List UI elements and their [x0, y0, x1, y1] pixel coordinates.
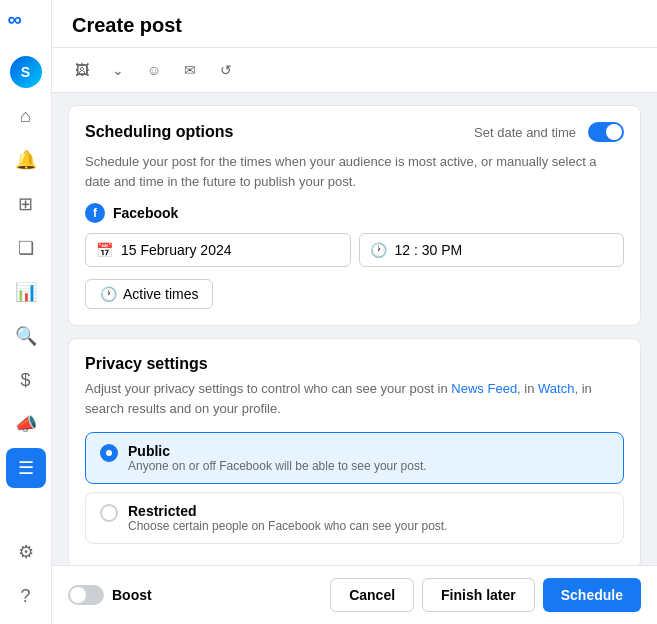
public-desc: Anyone on or off Facebook will be able t… [128, 459, 427, 473]
privacy-description: Adjust your privacy settings to control … [85, 379, 624, 418]
scheduling-header: Scheduling options Set date and time [85, 122, 624, 142]
toolbar-icon-undo[interactable]: ↺ [212, 56, 240, 84]
time-field[interactable]: 🕐 12 : 30 PM [359, 233, 625, 267]
chart-icon[interactable]: 📊 [6, 272, 46, 312]
boost-area: Boost [68, 585, 152, 605]
scheduling-card: Scheduling options Set date and time Sch… [68, 105, 641, 326]
scheduling-title: Scheduling options [85, 123, 233, 141]
facebook-label-text: Facebook [113, 205, 178, 221]
boost-toggle[interactable] [68, 585, 104, 605]
time-value: 12 : 30 PM [395, 242, 463, 258]
restricted-text-group: Restricted Choose certain people on Face… [128, 503, 448, 533]
privacy-card: Privacy settings Adjust your privacy set… [68, 338, 641, 565]
date-value: 15 February 2024 [121, 242, 232, 258]
sidebar: ∞ S ⌂ 🔔 ⊞ ❏ 📊 🔍 $ 📣 ☰ ⚙ ? [0, 0, 52, 624]
megaphone-icon[interactable]: 📣 [6, 404, 46, 444]
public-text-group: Public Anyone on or off Facebook will be… [128, 443, 427, 473]
meta-logo: ∞ [8, 8, 44, 44]
content-area: 🖼 ⌄ ☺ ✉ ↺ Scheduling options Set date an… [52, 48, 657, 565]
clock-icon: 🕐 [370, 242, 387, 258]
toolbar-strip: 🖼 ⌄ ☺ ✉ ↺ [52, 48, 657, 93]
bell-icon[interactable]: 🔔 [6, 140, 46, 180]
news-feed-link[interactable]: News Feed [451, 381, 517, 396]
privacy-title: Privacy settings [85, 355, 624, 373]
page-header: Create post [52, 0, 657, 48]
grid-icon[interactable]: ⊞ [6, 184, 46, 224]
set-date-label: Set date and time [474, 125, 576, 140]
calendar-icon: 📅 [96, 242, 113, 258]
menu-icon[interactable]: ☰ [6, 448, 46, 488]
layers-icon[interactable]: ❏ [6, 228, 46, 268]
cancel-button[interactable]: Cancel [330, 578, 414, 612]
set-date-toggle[interactable] [588, 122, 624, 142]
home-icon[interactable]: ⌂ [6, 96, 46, 136]
privacy-option-restricted[interactable]: Restricted Choose certain people on Face… [85, 492, 624, 544]
active-times-button[interactable]: 🕐 Active times [85, 279, 213, 309]
active-times-label: Active times [123, 286, 198, 302]
finish-later-button[interactable]: Finish later [422, 578, 535, 612]
search-icon[interactable]: 🔍 [6, 316, 46, 356]
active-times-icon: 🕐 [100, 286, 117, 302]
privacy-option-public[interactable]: Public Anyone on or off Facebook will be… [85, 432, 624, 484]
date-field[interactable]: 📅 15 February 2024 [85, 233, 351, 267]
toolbar-icon-image[interactable]: 🖼 [68, 56, 96, 84]
help-icon[interactable]: ? [6, 576, 46, 616]
watch-link[interactable]: Watch [538, 381, 574, 396]
gear-icon[interactable]: ⚙ [6, 532, 46, 572]
restricted-radio[interactable] [100, 504, 118, 522]
toolbar-icon-mention[interactable]: ✉ [176, 56, 204, 84]
restricted-label: Restricted [128, 503, 448, 519]
main-panel: Create post 🖼 ⌄ ☺ ✉ ↺ Scheduling options… [52, 0, 657, 624]
dollar-icon[interactable]: $ [6, 360, 46, 400]
avatar[interactable]: S [10, 56, 42, 88]
facebook-icon: f [85, 203, 105, 223]
facebook-label: f Facebook [85, 203, 624, 223]
footer-bar: Boost Cancel Finish later Schedule [52, 565, 657, 624]
public-label: Public [128, 443, 427, 459]
footer-buttons: Cancel Finish later Schedule [330, 578, 641, 612]
page-title: Create post [72, 14, 182, 36]
scheduling-description: Schedule your post for the times when yo… [85, 152, 624, 191]
schedule-button[interactable]: Schedule [543, 578, 641, 612]
public-radio[interactable] [100, 444, 118, 462]
set-date-toggle-container: Set date and time [474, 122, 624, 142]
boost-label: Boost [112, 587, 152, 603]
toolbar-icon-emoji[interactable]: ☺ [140, 56, 168, 84]
date-time-row: 📅 15 February 2024 🕐 12 : 30 PM [85, 233, 624, 267]
toolbar-icon-chevron[interactable]: ⌄ [104, 56, 132, 84]
restricted-desc: Choose certain people on Facebook who ca… [128, 519, 448, 533]
